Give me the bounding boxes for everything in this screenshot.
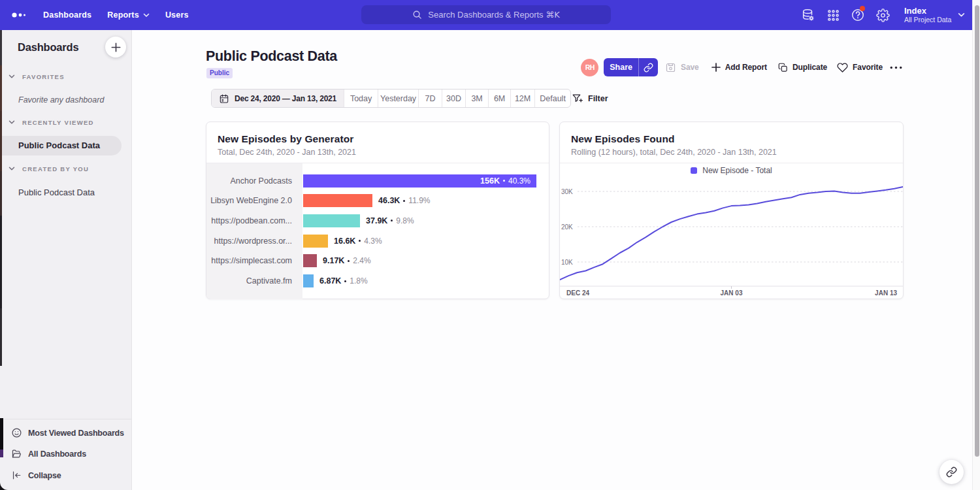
screen-edge-artifact xyxy=(0,111,2,171)
bar-category-label: https://simplecast.com xyxy=(206,256,302,265)
line-chart: 10K20K30KDEC 24JAN 03JAN 13 xyxy=(560,163,903,299)
apps-grid-icon[interactable] xyxy=(821,0,845,30)
bar-chart: Anchor Podcasts156K40.3%Libsyn WebEngine… xyxy=(206,163,549,300)
footer-item-label: Most Viewed Dashboards xyxy=(28,429,124,438)
date-preset-today[interactable]: Today xyxy=(344,90,378,107)
chevron-down-icon xyxy=(8,167,15,171)
filter-button[interactable]: Filter xyxy=(572,89,608,108)
duplicate-button[interactable]: Duplicate xyxy=(778,63,827,73)
folder-icon xyxy=(11,448,22,459)
sidebar-item-recent-dashboard[interactable]: Public Podcast Data xyxy=(0,136,122,155)
search-placeholder: Search Dashboards & Reports ⌘K xyxy=(428,10,559,20)
add-report-button[interactable]: Add Report xyxy=(711,63,767,72)
bar-segment[interactable] xyxy=(303,274,314,287)
screen-edge-artifact xyxy=(0,30,2,65)
help-icon[interactable] xyxy=(845,0,870,30)
bar-segment[interactable] xyxy=(303,235,328,248)
x-axis-label: JAN 13 xyxy=(875,289,897,297)
mixpanel-logo[interactable] xyxy=(9,8,31,22)
project-switcher[interactable]: Index All Project Data xyxy=(904,0,965,30)
add-dashboard-button[interactable] xyxy=(105,37,126,57)
nav-item-label: Users xyxy=(165,10,189,20)
page-title: Public Podcast Data xyxy=(206,48,337,65)
bar-segment[interactable] xyxy=(303,194,372,207)
report-card-new-episodes-by-generator[interactable]: New Episodes by Generator Total, Dec 24t… xyxy=(206,122,549,299)
x-axis-label: DEC 24 xyxy=(566,289,589,297)
date-range-picker[interactable]: Dec 24, 2020 — Jan 13, 2021 xyxy=(212,90,344,107)
bar-category-label: Libsyn WebEngine 2.0 xyxy=(206,196,302,205)
scrollbar-thumb[interactable] xyxy=(975,5,979,457)
smiley-icon xyxy=(11,427,22,438)
screen-edge-artifact xyxy=(0,216,2,308)
share-button[interactable]: Share xyxy=(604,58,638,76)
date-preset-default[interactable]: Default xyxy=(534,90,570,107)
bar-row-4: https://wordpress.or...16.6K4.3% xyxy=(206,231,549,251)
button-label: Save xyxy=(681,63,699,72)
y-axis-label: 10K xyxy=(561,259,573,266)
save-icon xyxy=(665,62,676,73)
bar-category-label: Captivate.fm xyxy=(206,276,302,286)
save-button[interactable]: Save xyxy=(665,62,699,73)
sidebar: Dashboards FAVORITES Favorite any dashbo… xyxy=(0,30,132,490)
floating-copy-link-button[interactable] xyxy=(939,460,964,484)
date-preset-3m[interactable]: 3M xyxy=(465,90,488,107)
card-title: New Episodes Found xyxy=(560,122,903,145)
data-management-icon[interactable] xyxy=(796,0,821,30)
x-axis-label: JAN 03 xyxy=(721,289,743,297)
visibility-badge: Public xyxy=(206,68,233,78)
search-input[interactable]: Search Dashboards & Reports ⌘K xyxy=(361,5,611,24)
footer-item-label: All Dashboards xyxy=(28,449,86,459)
project-scope: All Project Data xyxy=(904,16,951,24)
nav-item-users[interactable]: Users xyxy=(165,10,189,20)
most-viewed-dashboards-button[interactable]: Most Viewed Dashboards xyxy=(11,427,124,438)
bar-row-5: https://simplecast.com9.17K2.4% xyxy=(206,251,549,271)
dashboard-actions: RH Share Save Add Report xyxy=(581,58,902,76)
bar-segment[interactable] xyxy=(303,254,317,267)
all-dashboards-button[interactable]: All Dashboards xyxy=(11,448,86,459)
sidebar-item-created-dashboard[interactable]: Public Podcast Data xyxy=(0,183,122,203)
sidebar-footer-divider xyxy=(0,419,131,419)
bar-value-label: 46.3K11.9% xyxy=(378,194,431,207)
duplicate-icon xyxy=(778,63,788,73)
page-scrollbar[interactable] xyxy=(972,0,980,490)
project-name: Index xyxy=(904,6,951,16)
date-preset-yesterday[interactable]: Yesterday xyxy=(378,90,418,107)
settings-gear-icon[interactable] xyxy=(870,0,895,30)
favorite-button[interactable]: Favorite xyxy=(837,62,883,73)
date-range-toolbar: Dec 24, 2020 — Jan 13, 2021 TodayYesterd… xyxy=(211,89,571,108)
date-preset-6m[interactable]: 6M xyxy=(488,90,510,107)
date-range-label: Dec 24, 2020 — Jan 13, 2021 xyxy=(235,94,336,103)
button-label: Add Report xyxy=(725,63,767,72)
link-icon xyxy=(946,466,957,478)
project-info: Index All Project Data xyxy=(904,6,951,24)
link-icon xyxy=(644,63,653,73)
bar-row-2: Libsyn WebEngine 2.046.3K11.9% xyxy=(206,191,549,211)
more-options-button[interactable] xyxy=(890,66,902,69)
copy-link-button[interactable] xyxy=(638,58,658,76)
bar-segment[interactable] xyxy=(303,214,360,227)
collapse-sidebar-button[interactable]: Collapse xyxy=(11,470,61,481)
chevron-down-icon xyxy=(8,120,15,125)
button-label: Filter xyxy=(588,94,608,103)
sidebar-section-recently-viewed[interactable]: RECENTLY VIEWED xyxy=(8,119,94,126)
date-preset-7d[interactable]: 7D xyxy=(418,90,442,107)
bar-row-6: Captivate.fm6.87K1.8% xyxy=(206,271,549,291)
avatar[interactable]: RH xyxy=(581,59,598,76)
date-preset-30d[interactable]: 30D xyxy=(442,90,465,107)
sidebar-section-favorites[interactable]: FAVORITES xyxy=(8,73,65,80)
bar-value-label: 156K40.3% xyxy=(480,174,531,188)
chevron-down-icon xyxy=(143,13,150,18)
nav-item-dashboards[interactable]: Dashboards xyxy=(43,10,91,20)
report-card-new-episodes-found[interactable]: New Episodes Found Rolling (12 hours), t… xyxy=(559,122,904,299)
date-preset-12m[interactable]: 12M xyxy=(510,90,534,107)
section-label: CREATED BY YOU xyxy=(22,165,89,172)
screen-edge-artifact xyxy=(0,65,2,111)
sidebar-section-created-by-you[interactable]: CREATED BY YOU xyxy=(8,165,89,172)
bar-category-label: Anchor Podcasts xyxy=(206,176,302,186)
screen-edge-artifact xyxy=(0,308,2,366)
nav-item-reports[interactable]: Reports xyxy=(107,10,150,20)
main-content: Public Podcast Data Public RH Share Save… xyxy=(133,30,972,490)
filter-icon xyxy=(572,93,583,104)
notification-badge xyxy=(860,6,865,11)
line-series[interactable] xyxy=(560,187,903,280)
